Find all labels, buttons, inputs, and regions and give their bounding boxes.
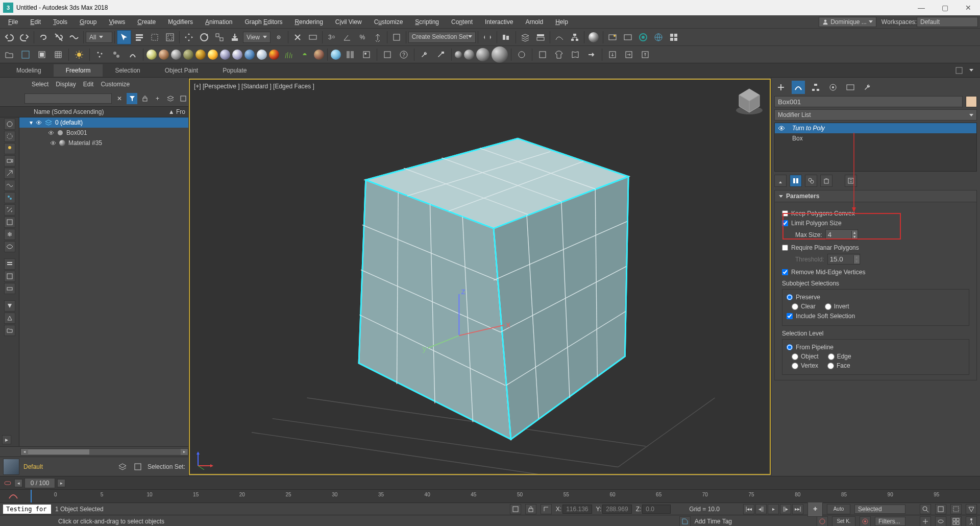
play-button[interactable]: ▸: [768, 504, 779, 514]
help-button[interactable]: ?: [397, 47, 411, 62]
tree-icon[interactable]: [298, 47, 312, 62]
filter-group-icon[interactable]: [4, 192, 15, 203]
scene-lock-icon[interactable]: [139, 93, 150, 104]
mirror-button[interactable]: [480, 30, 495, 44]
menu-views[interactable]: Views: [103, 17, 131, 27]
scale-button[interactable]: [212, 30, 227, 44]
select-object-button[interactable]: [117, 30, 131, 44]
next-frame-button[interactable]: ||▸: [780, 504, 791, 514]
max-size-spinner[interactable]: Max Size: ▲▼: [795, 229, 969, 240]
filter-spacewarp-icon[interactable]: [4, 180, 15, 191]
export1-button[interactable]: [605, 47, 620, 62]
scene-clear-icon[interactable]: ✕: [114, 93, 125, 104]
layer-manager-button[interactable]: [35, 47, 49, 62]
object-radio[interactable]: Object: [792, 353, 819, 360]
viewport[interactable]: [+] [Perspective ] [Standard ] [Edged Fa…: [189, 79, 771, 475]
zoom-extents-button[interactable]: [935, 504, 946, 514]
sphere-md-icon[interactable]: [464, 50, 474, 60]
massfx-button[interactable]: [126, 47, 140, 62]
mat-brown-icon[interactable]: [159, 50, 169, 60]
visibility-icon[interactable]: [778, 125, 785, 132]
stack-row-box[interactable]: Box: [775, 133, 976, 144]
coord-y[interactable]: 288.969: [602, 505, 631, 514]
mat-cloud-icon[interactable]: [257, 50, 267, 60]
modify-tab[interactable]: [792, 81, 805, 94]
pivot-button[interactable]: [272, 30, 286, 44]
mat-sun-icon[interactable]: [208, 50, 218, 60]
add-time-tag[interactable]: Add Time Tag: [695, 518, 732, 525]
clear-radio[interactable]: Clear: [792, 303, 816, 310]
export2-button[interactable]: [622, 47, 636, 62]
remove-midedge-checkbox[interactable]: Remove Mid-Edge Vertices: [782, 269, 969, 276]
filter-frozen-icon[interactable]: ❄: [4, 229, 15, 240]
manipulate-button[interactable]: [290, 30, 305, 44]
filter-light-icon[interactable]: [4, 143, 15, 154]
tree-row-box001[interactable]: Box001: [19, 128, 188, 138]
scene-filter-icon[interactable]: [127, 93, 137, 104]
render-elements-button[interactable]: [343, 47, 357, 62]
keyboard-shortcut-button[interactable]: [306, 30, 320, 44]
filter-bone-icon[interactable]: [4, 204, 15, 216]
mat-gold-icon[interactable]: [195, 50, 206, 60]
filter-all-icon[interactable]: [4, 300, 15, 312]
walk-button[interactable]: [966, 516, 977, 527]
modifier-list-dropdown[interactable]: Modifier List: [774, 109, 977, 121]
goto-end-button[interactable]: ▸▸|: [792, 504, 803, 514]
sphere-xl-icon[interactable]: [492, 46, 508, 63]
select-region-rect-button[interactable]: [148, 30, 162, 44]
spinner-down-icon[interactable]: ▼: [851, 235, 857, 239]
layer-props-icon[interactable]: [132, 461, 143, 472]
object-name-input[interactable]: [774, 96, 963, 107]
named-selection-set[interactable]: Create Selection Set: [408, 32, 476, 43]
menu-animation[interactable]: Animation: [199, 17, 238, 27]
workspace-select[interactable]: Default: [917, 17, 978, 27]
filter-extra1-icon[interactable]: [4, 283, 15, 294]
filter-folder-icon[interactable]: [4, 325, 15, 336]
vertex-radio[interactable]: Vertex: [792, 362, 818, 369]
flyout1-button[interactable]: [380, 47, 395, 62]
material-editor-button[interactable]: [586, 30, 601, 44]
scene-explorer-button[interactable]: [18, 47, 33, 62]
sphere-lg-icon[interactable]: [476, 48, 489, 61]
snap-3d-button[interactable]: 3⊙: [325, 30, 339, 44]
maximize-button[interactable]: ▢: [933, 0, 957, 15]
bind-spacewarp-button[interactable]: [67, 30, 81, 44]
auto-key-button[interactable]: Auto: [827, 504, 850, 514]
current-layer[interactable]: Default: [23, 463, 43, 470]
tree-row-material35[interactable]: Material #35: [19, 138, 188, 148]
menu-customize[interactable]: Customize: [368, 17, 409, 27]
menu-content[interactable]: Content: [445, 17, 479, 27]
render-online-button[interactable]: [651, 30, 666, 44]
lock-selection-icon[interactable]: [525, 504, 536, 514]
make-unique-button[interactable]: [805, 175, 817, 187]
extra1-button[interactable]: [514, 47, 529, 62]
scene-scrollbar[interactable]: ◂▸: [20, 448, 188, 456]
field-of-view-button[interactable]: [966, 504, 977, 514]
key-filters-button[interactable]: Filters...: [875, 517, 905, 526]
tree-collapse-button[interactable]: ▸: [2, 435, 11, 444]
redo-button[interactable]: [17, 30, 32, 44]
filter-list-icon[interactable]: [4, 258, 15, 270]
menu-help[interactable]: Help: [549, 17, 574, 27]
wrench-icon[interactable]: [418, 47, 432, 62]
menu-scripting[interactable]: Scripting: [409, 17, 445, 27]
filter-none-icon[interactable]: [4, 313, 15, 324]
create-tab[interactable]: [774, 81, 788, 94]
curve-editor-button[interactable]: [552, 30, 567, 44]
unlink-button[interactable]: [52, 30, 66, 44]
configure-sets-button[interactable]: [845, 175, 857, 187]
mat-steel-icon[interactable]: [220, 50, 230, 60]
render-production-button[interactable]: [636, 30, 650, 44]
snap-spinner-button[interactable]: [371, 30, 385, 44]
visibility-icon[interactable]: [48, 130, 54, 136]
menu-create[interactable]: Create: [131, 17, 162, 27]
move-button[interactable]: [182, 30, 196, 44]
rotate-button[interactable]: [197, 30, 211, 44]
display-tab[interactable]: [844, 81, 857, 94]
menu-tools[interactable]: Tools: [47, 17, 74, 27]
environment-button[interactable]: [359, 47, 374, 62]
scene-layers-icon[interactable]: [165, 93, 176, 104]
edge-radio[interactable]: Edge: [828, 353, 851, 360]
invert-radio[interactable]: Invert: [825, 303, 849, 310]
scene-menu-customize[interactable]: Customize: [101, 81, 130, 88]
